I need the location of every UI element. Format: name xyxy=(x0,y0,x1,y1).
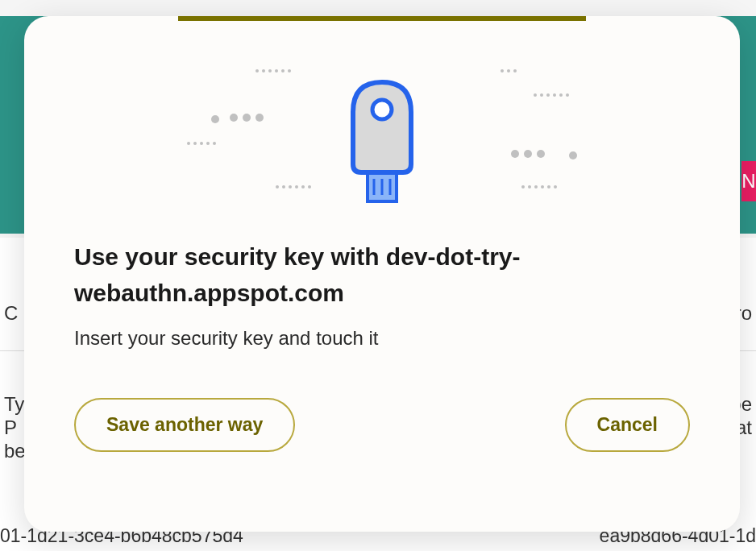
decorative-dots xyxy=(187,142,216,145)
background-pink-button: N xyxy=(741,161,756,201)
decorative-dots xyxy=(211,115,219,123)
svg-point-4 xyxy=(372,100,392,119)
dialog-title: Use your security key with dev-dot-try-w… xyxy=(74,238,690,311)
cancel-button[interactable]: Cancel xyxy=(565,398,690,452)
security-key-dialog: Use your security key with dev-dot-try-w… xyxy=(24,16,740,532)
decorative-dots xyxy=(230,114,264,122)
security-key-icon xyxy=(342,76,422,209)
decorative-dots xyxy=(534,93,569,97)
decorative-dots xyxy=(569,151,577,160)
dialog-actions: Save another way Cancel xyxy=(74,398,690,452)
dialog-subtitle: Insert your security key and touch it xyxy=(74,327,690,350)
background-text-left: Ty P be xyxy=(4,393,26,462)
decorative-dots xyxy=(255,69,291,72)
background-text-left-header: C xyxy=(4,302,18,325)
decorative-dots xyxy=(511,150,545,158)
decorative-dots xyxy=(521,185,557,188)
save-another-way-button[interactable]: Save another way xyxy=(74,398,295,452)
decorative-dots xyxy=(501,69,517,72)
security-key-illustration xyxy=(74,61,690,222)
decorative-dots xyxy=(276,185,311,188)
